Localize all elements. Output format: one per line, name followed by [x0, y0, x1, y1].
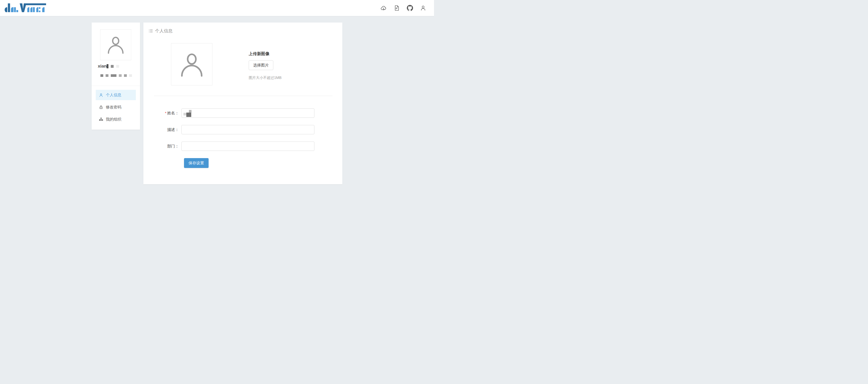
- description-label: 描述：: [143, 127, 181, 132]
- user-meta: xian: [92, 59, 140, 86]
- required-asterisk: *: [165, 111, 166, 115]
- name-label: *姓名：: [143, 111, 181, 116]
- list-icon: [149, 29, 153, 33]
- lock-icon: [99, 105, 103, 109]
- avatar-preview: [171, 43, 213, 86]
- header-icons: [380, 5, 426, 11]
- department-label: 部门：: [143, 144, 181, 149]
- davinci-logo[interactable]: [5, 3, 46, 13]
- panel-title: 个人信息: [149, 28, 173, 34]
- redacted-block: [119, 74, 122, 77]
- sidebar-item-password[interactable]: 修改密码: [96, 102, 136, 112]
- redacted-block: [106, 64, 108, 68]
- sidebar-item-label: 我的组织: [106, 117, 121, 122]
- username-row: xian: [98, 64, 119, 69]
- redacted-block: [100, 74, 103, 77]
- save-button[interactable]: 保存设置: [184, 158, 209, 168]
- redacted-block: [189, 110, 191, 113]
- user-icon[interactable]: [420, 5, 426, 11]
- org-icon: [99, 117, 103, 122]
- sidebar-divider: [92, 86, 140, 86]
- panel-title-text: 个人信息: [155, 28, 173, 34]
- form-row-description: 描述：: [143, 125, 342, 134]
- document-icon[interactable]: [394, 5, 400, 11]
- redacted-block: [124, 74, 127, 77]
- sidebar-item-label: 修改密码: [106, 105, 121, 110]
- form-row-department: 部门：: [143, 141, 342, 151]
- github-icon[interactable]: [407, 5, 413, 11]
- department-input[interactable]: [181, 141, 314, 151]
- profile-panel: 个人信息 上传新图像 选择图片 图片大小不超过1MB *姓名： 描述：: [143, 23, 342, 184]
- sidebar-item-organization[interactable]: 我的组织: [96, 114, 136, 125]
- profile-form: *姓名： 描述： 部门： 保存设置: [143, 108, 342, 168]
- profile-username: xian: [98, 64, 106, 69]
- sidebar-menu: 个人信息 修改密码 我的组织: [96, 90, 136, 126]
- description-input[interactable]: [181, 125, 314, 134]
- name-input[interactable]: [181, 108, 314, 118]
- sidebar-item-label: 个人信息: [106, 93, 121, 98]
- redacted-block: [129, 74, 132, 77]
- redacted-block: [105, 74, 108, 77]
- redacted-block: [111, 65, 114, 68]
- sidebar-item-profile[interactable]: 个人信息: [96, 90, 136, 100]
- redacted-block: [111, 74, 117, 77]
- redacted-block: [116, 65, 119, 68]
- redacted-block: [184, 113, 186, 116]
- upload-heading: 上传新图像: [249, 51, 282, 57]
- profile-card: xian 个人信息: [92, 23, 140, 130]
- redacted-email-row: [100, 74, 132, 77]
- section-divider: [154, 96, 333, 96]
- user-icon: [99, 93, 103, 97]
- choose-image-button[interactable]: 选择图片: [249, 60, 273, 70]
- person-icon: [177, 50, 206, 79]
- profile-avatar: [100, 29, 131, 60]
- description-input-wrap: [181, 125, 314, 134]
- upload-hint: 图片大小不超过1MB: [249, 75, 282, 80]
- app-header: [0, 0, 434, 16]
- cloud-download-icon[interactable]: [380, 5, 386, 11]
- person-icon: [105, 34, 126, 55]
- form-row-name: *姓名：: [143, 108, 342, 118]
- redacted-block: [186, 113, 191, 117]
- upload-controls: 上传新图像 选择图片 图片大小不超过1MB: [249, 51, 282, 80]
- name-input-wrap: [181, 108, 314, 118]
- department-input-wrap: [181, 141, 314, 151]
